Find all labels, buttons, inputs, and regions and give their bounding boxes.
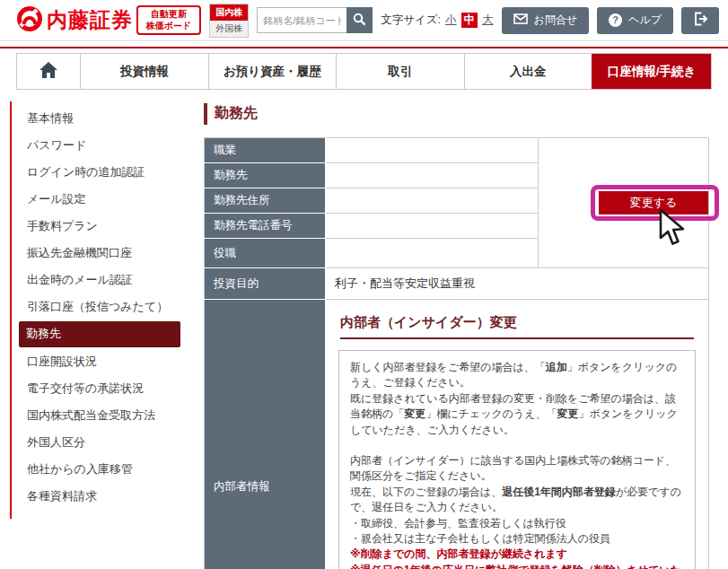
table-row: 内部者情報 内部者（インサイダー）変更 新しく内部者登録をご希望の場合は、「追加… xyxy=(205,300,709,569)
header-controls: 自動更新 株価ボード 国内株 外国株 文字サイズ: 小 中 大 xyxy=(136,4,719,38)
brand-name: 内藤証券 xyxy=(47,6,133,34)
toggle-foreign-stocks[interactable]: 外国株 xyxy=(210,21,248,37)
sidebar-item-edelivery-consent[interactable]: 電子交付等の承諾状況 xyxy=(27,375,193,402)
value-workplace-address xyxy=(326,188,539,214)
sidebar-item-foreigner-class[interactable]: 外国人区分 xyxy=(27,429,193,456)
font-size-label: 文字サイズ: xyxy=(381,13,441,28)
sidebar-item-debit-account[interactable]: 引落口座（投信つみたて） xyxy=(27,293,193,320)
home-icon xyxy=(39,61,58,82)
value-occupation xyxy=(326,138,539,163)
row-label-workplace-phone: 勤務先電話番号 xyxy=(205,214,326,239)
help-label: ヘルプ xyxy=(628,13,662,28)
nav-tab-trading[interactable]: 取引 xyxy=(336,54,464,89)
table-row: 投資目的 利子・配当等安定収益重視 xyxy=(205,268,709,300)
search-button[interactable] xyxy=(346,7,373,33)
insider-list-item: ・取締役、会計参与、監査役若しくは執行役 xyxy=(350,517,566,530)
auto-update-line2: 株価ボード xyxy=(146,21,191,31)
search-icon xyxy=(353,13,366,29)
insider-warning-2: ※退任日の1年後の応当日に弊社側で登録を解除（削除）させていただきます xyxy=(350,564,681,569)
main-panel: 勤務先 職業 変更する 勤務先 xyxy=(193,101,728,569)
app-header: 内藤証券 自動更新 株価ボード 国内株 外国株 文字サイズ: 小 xyxy=(0,0,728,41)
sidebar-item-withdrawal-mail-auth[interactable]: 出金時のメール認証 xyxy=(27,267,193,293)
symbol-search xyxy=(257,7,373,33)
symbol-search-input[interactable] xyxy=(257,7,346,33)
sidebar-item-login-extra-auth[interactable]: ログイン時の追加認証 xyxy=(27,159,193,186)
toggle-domestic-stocks[interactable]: 国内株 xyxy=(210,4,248,21)
workplace-table: 職業 変更する 勤務先 勤務先住所 xyxy=(204,137,709,569)
sidebar-item-document-request[interactable]: 各種資料請求 xyxy=(27,483,193,510)
row-label-insider-info: 内部者情報 xyxy=(205,300,326,569)
help-button[interactable]: ? ヘルプ xyxy=(597,7,673,34)
insider-info-box: 新しく内部者登録をご希望の場合は、「追加」ボタンをクリックのうえ、ご登録ください… xyxy=(338,350,696,569)
nav-home-tab[interactable] xyxy=(17,54,80,89)
row-label-workplace: 勤務先 xyxy=(205,163,326,188)
envelope-icon xyxy=(513,13,528,27)
page-title: 勤務先 xyxy=(204,103,709,125)
font-size-medium[interactable]: 中 xyxy=(461,13,478,28)
action-cell: 変更する xyxy=(539,138,709,268)
mouse-cursor-icon xyxy=(658,208,689,250)
main-nav: 投資情報 お預り資産・履歴 取引 入出金 口座情報/手続き xyxy=(16,53,712,90)
row-label-occupation: 職業 xyxy=(205,138,326,163)
value-workplace xyxy=(326,163,539,188)
change-button[interactable]: 変更する xyxy=(599,191,708,214)
insider-paragraph-1: 新しく内部者登録をご希望の場合は、「追加」ボタンをクリックのうえ、ご登録ください… xyxy=(350,360,684,438)
value-investment-purpose: 利子・配当等安定収益重視 xyxy=(326,268,709,300)
content-area: 基本情報 パスワード ログイン時の追加認証 メール設定 手数料プラン 振込先金融… xyxy=(0,101,728,569)
sidebar: 基本情報 パスワード ログイン時の追加認証 メール設定 手数料プラン 振込先金融… xyxy=(0,101,193,519)
insider-paragraph-2: 内部者（インサイダー）に該当する国内上場株式等の銘柄コード、関係区分をご指定くだ… xyxy=(350,453,684,569)
sidebar-item-fee-plan[interactable]: 手数料プラン xyxy=(27,213,193,240)
font-size-large[interactable]: 大 xyxy=(482,13,494,28)
auto-update-board-button[interactable]: 自動更新 株価ボード xyxy=(136,5,201,35)
font-size-control: 文字サイズ: 小 中 大 xyxy=(381,13,493,28)
contact-button[interactable]: お問合せ xyxy=(502,7,590,34)
row-label-investment-purpose: 投資目的 xyxy=(205,268,326,300)
question-circle-icon: ? xyxy=(609,13,622,27)
sidebar-item-password[interactable]: パスワード xyxy=(27,132,193,159)
red-divider xyxy=(0,47,728,48)
auto-update-line1: 自動更新 xyxy=(151,9,187,19)
market-toggle: 国内株 外国株 xyxy=(209,4,249,38)
nav-tab-account-procedures[interactable]: 口座情報/手続き xyxy=(592,54,711,89)
contact-label: お問合せ xyxy=(534,13,578,28)
sidebar-item-transfer-in[interactable]: 他社からの入庫移管 xyxy=(27,456,193,483)
sidebar-item-dividend-receipt[interactable]: 国内株式配当金受取方法 xyxy=(27,402,193,429)
row-label-position: 役職 xyxy=(205,239,326,268)
table-row: 職業 変更する xyxy=(205,138,709,163)
brand-logo[interactable]: 内藤証券 xyxy=(16,5,133,36)
value-position xyxy=(326,239,539,268)
value-workplace-phone xyxy=(326,214,539,239)
nav-tab-assets-history[interactable]: お預り資産・履歴 xyxy=(208,54,337,89)
sidebar-item-bank-account[interactable]: 振込先金融機関口座 xyxy=(27,240,193,267)
row-label-workplace-address: 勤務先住所 xyxy=(205,188,326,214)
logout-icon xyxy=(693,12,707,29)
nav-tab-deposit-withdrawal[interactable]: 入出金 xyxy=(464,54,592,89)
sidebar-item-account-opening-status[interactable]: 口座開設状況 xyxy=(27,348,193,375)
sidebar-item-basic-info[interactable]: 基本情報 xyxy=(27,105,193,132)
insider-cell: 内部者（インサイダー）変更 新しく内部者登録をご希望の場合は、「追加」ボタンをク… xyxy=(326,300,709,569)
logout-button[interactable] xyxy=(681,7,719,34)
insider-section-heading: 内部者（インサイダー）変更 xyxy=(340,314,694,339)
sidebar-item-mail-settings[interactable]: メール設定 xyxy=(27,186,193,213)
sidebar-menu: 基本情報 パスワード ログイン時の追加認証 メール設定 手数料プラン 振込先金融… xyxy=(27,105,193,510)
nav-tab-investment-info[interactable]: 投資情報 xyxy=(80,54,208,89)
sidebar-item-workplace[interactable]: 勤務先 xyxy=(19,321,180,347)
font-size-small[interactable]: 小 xyxy=(445,13,457,28)
insider-warning-1: ※削除までの間、内部者登録が継続されます xyxy=(350,547,567,560)
insider-list-item: ・親会社又は主な子会社もしくは特定関係法人の役員 xyxy=(350,532,610,545)
naito-swirl-logo-icon xyxy=(16,5,43,36)
